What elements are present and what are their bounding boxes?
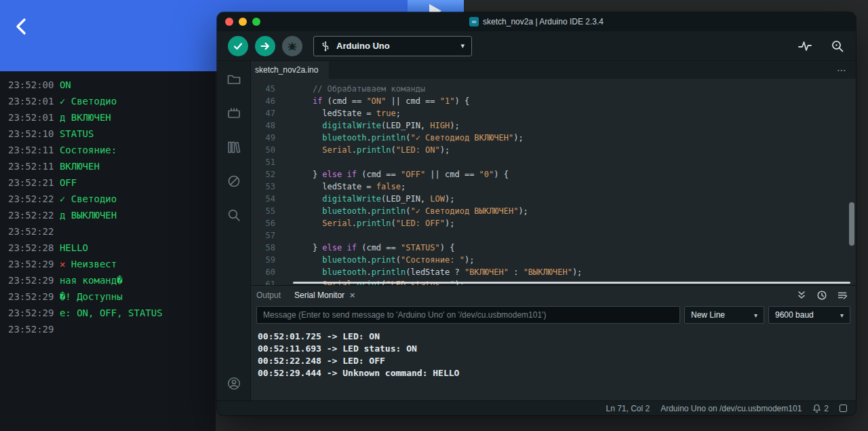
search-icon[interactable] xyxy=(226,208,241,223)
chevron-down-icon: ▾ xyxy=(460,41,465,50)
zoom-button[interactable] xyxy=(252,18,260,26)
panel-tabbar: Output Serial Monitor ✕ xyxy=(251,286,856,305)
code-line: 48 digitalWrite(LED_PIN, HIGH); xyxy=(251,119,856,132)
close-button[interactable] xyxy=(225,18,233,26)
log-line: 23:52:11 Состояние: xyxy=(8,142,216,158)
code-line: 50 Serial.println("LED: ON"); xyxy=(251,144,856,156)
board-port-status: Arduino Uno on /dev/cu.usbmodem101 xyxy=(660,404,802,413)
toolbar: Arduino Uno ▾ xyxy=(217,31,856,61)
bluetooth-terminal-log: 23:52:00 ON23:52:01 ✓ Светодио23:52:01 д… xyxy=(0,71,216,431)
collapse-panel-icon[interactable] xyxy=(796,290,807,301)
code-editor[interactable]: 45 // Обрабатываем команды46 if (cmd == … xyxy=(251,79,856,285)
log-line: 23:52:22 д ВЫКЛЮЧЕН xyxy=(8,207,216,223)
code-line: 53 ledState = false; xyxy=(251,181,856,193)
bug-icon xyxy=(287,41,298,52)
serial-line: 00:52:01.725 -> LED: ON xyxy=(258,331,849,343)
code-line: 51 xyxy=(251,156,856,168)
bell-icon xyxy=(812,404,821,413)
titlebar: sketch_nov2a | Arduino IDE 2.3.4 xyxy=(217,12,856,31)
usb-plug-icon xyxy=(321,41,330,52)
activity-sidebar xyxy=(217,61,251,400)
code-line: 52 } else if (cmd == "OFF" || cmd == "0"… xyxy=(251,168,856,181)
debug-button[interactable] xyxy=(282,36,302,56)
serial-line: 00:52:11.693 -> LED status: ON xyxy=(258,343,849,355)
log-line: 23:52:29 xyxy=(8,321,216,337)
check-icon xyxy=(233,41,243,52)
log-line: 23:52:00 ON xyxy=(8,77,216,93)
verify-button[interactable] xyxy=(228,36,248,56)
board-selector-label: Arduino Uno xyxy=(336,41,390,51)
log-line: 23:52:29 �! Доступны xyxy=(8,288,216,305)
serial-monitor-output: 00:52:01.725 -> LED: ON00:52:11.693 -> L… xyxy=(251,325,856,400)
horizontal-scrollbar[interactable] xyxy=(293,282,850,284)
log-line: 23:52:21 OFF xyxy=(8,174,216,191)
tab-serial-monitor[interactable]: Serial Monitor ✕ xyxy=(294,291,355,300)
close-icon[interactable]: ✕ xyxy=(349,291,355,300)
code-line: 47 ledState = true; xyxy=(251,107,856,119)
library-manager-icon[interactable] xyxy=(226,140,241,155)
arduino-ide-window: sketch_nov2a | Arduino IDE 2.3.4 xyxy=(217,12,856,415)
log-line: 23:52:29 е: ON, OFF, STATUS xyxy=(8,305,216,321)
arduino-logo-icon xyxy=(469,17,479,26)
boards-manager-icon[interactable] xyxy=(226,106,241,121)
code-line: 57 xyxy=(251,229,856,242)
minimize-button[interactable] xyxy=(239,18,247,26)
serial-message-row: New Line ▾ 9600 baud ▾ xyxy=(251,305,856,325)
log-line: 23:52:11 ВКЛЮЧЕН xyxy=(8,158,216,174)
chevron-down-icon: ▾ xyxy=(754,312,757,319)
panel-toggle-icon[interactable] xyxy=(840,405,847,412)
log-line: 23:52:29 ✕ Неизвест xyxy=(8,256,216,272)
code-line: 56 Serial.println("LED: OFF"); xyxy=(251,217,856,229)
clear-output-icon[interactable] xyxy=(837,290,848,301)
tab-output[interactable]: Output xyxy=(256,291,281,300)
back-icon[interactable] xyxy=(14,18,30,35)
code-line: 49 bluetooth.println("✓ Светодиод ВКЛЮЧЕ… xyxy=(251,132,856,144)
bottom-panel: Output Serial Monitor ✕ xyxy=(251,285,856,400)
tab-sketch[interactable]: sketch_nov2a.ino xyxy=(251,61,329,79)
arrow-right-icon xyxy=(260,41,271,52)
cursor-position: Ln 71, Col 2 xyxy=(606,404,650,413)
log-line: 23:52:22 ✓ Светодио xyxy=(8,191,216,207)
log-line: 23:52:01 д ВКЛЮЧЕН xyxy=(8,109,216,126)
line-ending-select[interactable]: New Line ▾ xyxy=(684,306,764,324)
account-icon[interactable] xyxy=(226,376,241,391)
log-line: 23:52:10 STATUS xyxy=(8,126,216,142)
serial-line: 00:52:22.248 -> LED: OFF xyxy=(258,355,849,367)
serial-plotter-icon[interactable] xyxy=(797,39,812,54)
log-line: 23:52:28 HELLO xyxy=(8,240,216,256)
sketchbook-folder-icon[interactable] xyxy=(226,72,241,87)
serial-line: 00:52:29.444 -> Unknown command: HELLO xyxy=(258,367,849,379)
board-selector[interactable]: Arduino Uno ▾ xyxy=(313,36,472,56)
upload-button[interactable] xyxy=(255,36,275,56)
tab-overflow-menu[interactable]: ⋯ xyxy=(837,64,856,75)
window-title: sketch_nov2a | Arduino IDE 2.3.4 xyxy=(469,17,604,26)
log-line: 23:52:22 xyxy=(8,223,216,240)
log-line: 23:52:29 ная команд� xyxy=(8,272,216,288)
code-line: 45 // Обрабатываем команды xyxy=(251,83,856,95)
chevron-down-icon: ▾ xyxy=(840,312,844,319)
serial-monitor-icon[interactable] xyxy=(830,39,845,54)
code-line: 55 bluetooth.println("✓ Светодиод ВЫКЛЮЧ… xyxy=(251,205,856,217)
code-line: 60 bluetooth.println(ledState ? "ВКЛЮЧЕН… xyxy=(251,266,856,278)
code-line: 59 bluetooth.print("Состояние: "); xyxy=(251,254,856,266)
code-line: 54 digitalWrite(LED_PIN, LOW); xyxy=(251,193,856,205)
debug-disabled-icon[interactable] xyxy=(226,174,241,189)
baud-rate-select[interactable]: 9600 baud ▾ xyxy=(768,306,850,324)
notifications-button[interactable]: 2 xyxy=(812,404,829,413)
statusbar: Ln 71, Col 2 Arduino Uno on /dev/cu.usbm… xyxy=(217,400,856,415)
timestamp-toggle-icon[interactable] xyxy=(816,290,827,301)
code-line: 46 if (cmd == "ON" || cmd == "1") { xyxy=(251,95,856,107)
editor-tabbar: sketch_nov2a.ino ⋯ xyxy=(251,61,856,79)
serial-message-input[interactable] xyxy=(256,306,680,324)
vertical-scrollbar[interactable] xyxy=(849,202,854,246)
log-line: 23:52:01 ✓ Светодио xyxy=(8,93,216,109)
code-line: 58 } else if (cmd == "STATUS") { xyxy=(251,242,856,254)
